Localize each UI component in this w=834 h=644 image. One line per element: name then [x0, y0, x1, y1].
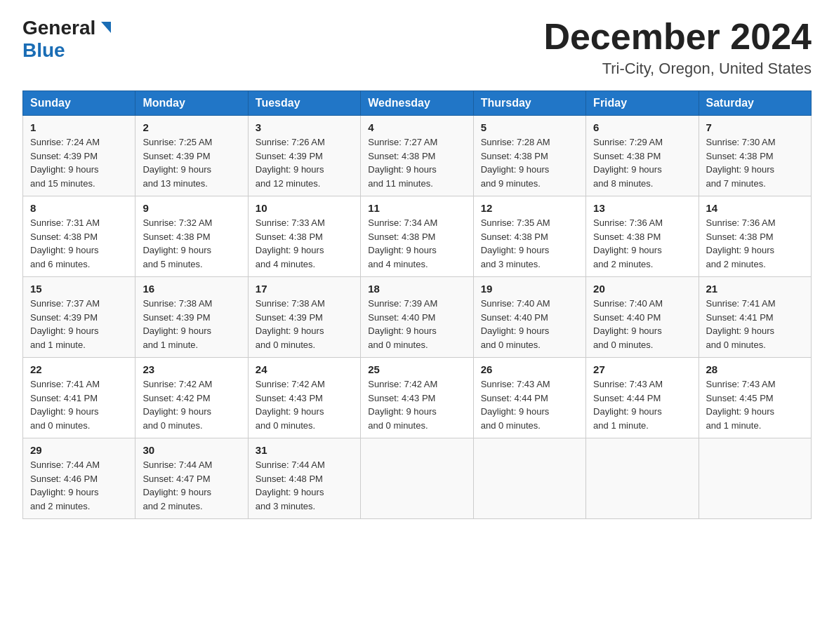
logo-blue-word: Blue: [22, 39, 65, 62]
day-number: 5: [481, 121, 578, 133]
day-number: 14: [706, 202, 804, 214]
logo-blue-text: Blue: [22, 39, 65, 61]
day-info: Sunrise: 7:41 AMSunset: 4:41 PMDaylight:…: [706, 298, 776, 350]
day-info: Sunrise: 7:26 AMSunset: 4:39 PMDaylight:…: [256, 137, 325, 189]
day-cell: 22 Sunrise: 7:41 AMSunset: 4:41 PMDaylig…: [23, 358, 135, 438]
day-info: Sunrise: 7:34 AMSunset: 4:38 PMDaylight:…: [368, 217, 437, 269]
logo-triangle-svg: [97, 20, 112, 36]
day-info: Sunrise: 7:42 AMSunset: 4:43 PMDaylight:…: [256, 379, 325, 431]
day-number: 11: [368, 202, 465, 214]
day-cell: 5 Sunrise: 7:28 AMSunset: 4:38 PMDayligh…: [473, 116, 585, 196]
week-row-3: 15 Sunrise: 7:37 AMSunset: 4:39 PMDaylig…: [23, 277, 812, 358]
day-number: 6: [593, 121, 691, 133]
header-day-thursday: Thursday: [473, 91, 585, 116]
day-cell: 24 Sunrise: 7:42 AMSunset: 4:43 PMDaylig…: [248, 358, 360, 438]
day-number: 7: [706, 121, 804, 133]
day-info: Sunrise: 7:37 AMSunset: 4:39 PMDaylight:…: [30, 298, 100, 350]
header-day-saturday: Saturday: [699, 91, 811, 116]
header-day-monday: Monday: [135, 91, 248, 116]
day-info: Sunrise: 7:33 AMSunset: 4:38 PMDaylight:…: [256, 217, 325, 269]
day-cell: 25 Sunrise: 7:42 AMSunset: 4:43 PMDaylig…: [361, 358, 473, 438]
day-info: Sunrise: 7:35 AMSunset: 4:38 PMDaylight:…: [481, 217, 550, 269]
logo: General Blue: [22, 17, 112, 62]
logo-image: General: [22, 17, 112, 39]
page-header: General Blue December 2024 Tri-City, Ore…: [22, 17, 812, 78]
day-cell: 8 Sunrise: 7:31 AMSunset: 4:38 PMDayligh…: [23, 196, 135, 277]
day-number: 9: [143, 202, 240, 214]
header-day-wednesday: Wednesday: [361, 91, 473, 116]
day-number: 25: [368, 363, 465, 375]
day-cell: 26 Sunrise: 7:43 AMSunset: 4:44 PMDaylig…: [473, 358, 585, 438]
day-number: 3: [256, 121, 353, 133]
title-block: December 2024 Tri-City, Oregon, United S…: [543, 17, 812, 78]
day-number: 28: [706, 363, 804, 375]
day-cell: 23 Sunrise: 7:42 AMSunset: 4:42 PMDaylig…: [135, 358, 248, 438]
day-cell: 20 Sunrise: 7:40 AMSunset: 4:40 PMDaylig…: [586, 277, 699, 358]
day-info: Sunrise: 7:38 AMSunset: 4:39 PMDaylight:…: [143, 298, 212, 350]
day-info: Sunrise: 7:44 AMSunset: 4:46 PMDaylight:…: [30, 459, 100, 511]
day-cell: 16 Sunrise: 7:38 AMSunset: 4:39 PMDaylig…: [135, 277, 248, 358]
day-number: 16: [143, 283, 240, 295]
header-day-sunday: Sunday: [23, 91, 135, 116]
logo-general-text: General: [22, 17, 95, 39]
day-number: 13: [593, 202, 691, 214]
day-number: 23: [143, 363, 240, 375]
day-number: 2: [143, 121, 240, 133]
day-number: 1: [30, 121, 128, 133]
day-number: 31: [256, 444, 353, 456]
day-cell: 31 Sunrise: 7:44 AMSunset: 4:48 PMDaylig…: [248, 438, 360, 519]
day-info: Sunrise: 7:42 AMSunset: 4:43 PMDaylight:…: [368, 379, 437, 431]
day-number: 29: [30, 444, 128, 456]
day-info: Sunrise: 7:39 AMSunset: 4:40 PMDaylight:…: [368, 298, 437, 350]
month-title: December 2024: [543, 17, 812, 57]
calendar-table: SundayMondayTuesdayWednesdayThursdayFrid…: [22, 90, 812, 519]
day-number: 4: [368, 121, 465, 133]
day-info: Sunrise: 7:40 AMSunset: 4:40 PMDaylight:…: [593, 298, 663, 350]
day-number: 22: [30, 363, 128, 375]
day-cell: 28 Sunrise: 7:43 AMSunset: 4:45 PMDaylig…: [699, 358, 811, 438]
day-info: Sunrise: 7:32 AMSunset: 4:38 PMDaylight:…: [143, 217, 212, 269]
day-number: 15: [30, 283, 128, 295]
header-row: SundayMondayTuesdayWednesdayThursdayFrid…: [23, 91, 812, 116]
day-info: Sunrise: 7:36 AMSunset: 4:38 PMDaylight:…: [593, 217, 663, 269]
header-day-friday: Friday: [586, 91, 699, 116]
day-cell: 27 Sunrise: 7:43 AMSunset: 4:44 PMDaylig…: [586, 358, 699, 438]
day-number: 10: [256, 202, 353, 214]
day-cell: 15 Sunrise: 7:37 AMSunset: 4:39 PMDaylig…: [23, 277, 135, 358]
header-day-tuesday: Tuesday: [248, 91, 360, 116]
day-info: Sunrise: 7:42 AMSunset: 4:42 PMDaylight:…: [143, 379, 212, 431]
day-cell: 30 Sunrise: 7:44 AMSunset: 4:47 PMDaylig…: [135, 438, 248, 519]
day-number: 30: [143, 444, 240, 456]
day-cell: 1 Sunrise: 7:24 AMSunset: 4:39 PMDayligh…: [23, 116, 135, 196]
calendar-body: 1 Sunrise: 7:24 AMSunset: 4:39 PMDayligh…: [23, 116, 812, 519]
day-cell: 2 Sunrise: 7:25 AMSunset: 4:39 PMDayligh…: [135, 116, 248, 196]
day-number: 21: [706, 283, 804, 295]
day-cell: [361, 438, 473, 519]
day-info: Sunrise: 7:31 AMSunset: 4:38 PMDaylight:…: [30, 217, 100, 269]
logo-flag-icon: [97, 20, 112, 36]
day-number: 27: [593, 363, 691, 375]
day-info: Sunrise: 7:27 AMSunset: 4:38 PMDaylight:…: [368, 137, 437, 189]
day-info: Sunrise: 7:44 AMSunset: 4:47 PMDaylight:…: [143, 459, 212, 511]
day-cell: 13 Sunrise: 7:36 AMSunset: 4:38 PMDaylig…: [586, 196, 699, 277]
week-row-4: 22 Sunrise: 7:41 AMSunset: 4:41 PMDaylig…: [23, 358, 812, 438]
day-cell: 21 Sunrise: 7:41 AMSunset: 4:41 PMDaylig…: [699, 277, 811, 358]
day-cell: 9 Sunrise: 7:32 AMSunset: 4:38 PMDayligh…: [135, 196, 248, 277]
day-number: 19: [481, 283, 578, 295]
day-info: Sunrise: 7:41 AMSunset: 4:41 PMDaylight:…: [30, 379, 100, 431]
day-cell: [586, 438, 699, 519]
day-cell: 10 Sunrise: 7:33 AMSunset: 4:38 PMDaylig…: [248, 196, 360, 277]
day-number: 26: [481, 363, 578, 375]
day-info: Sunrise: 7:24 AMSunset: 4:39 PMDaylight:…: [30, 137, 100, 189]
day-info: Sunrise: 7:43 AMSunset: 4:44 PMDaylight:…: [593, 379, 663, 431]
svg-marker-0: [101, 22, 111, 33]
day-cell: 12 Sunrise: 7:35 AMSunset: 4:38 PMDaylig…: [473, 196, 585, 277]
week-row-2: 8 Sunrise: 7:31 AMSunset: 4:38 PMDayligh…: [23, 196, 812, 277]
week-row-1: 1 Sunrise: 7:24 AMSunset: 4:39 PMDayligh…: [23, 116, 812, 196]
day-cell: 14 Sunrise: 7:36 AMSunset: 4:38 PMDaylig…: [699, 196, 811, 277]
calendar-header: SundayMondayTuesdayWednesdayThursdayFrid…: [23, 91, 812, 116]
day-info: Sunrise: 7:30 AMSunset: 4:38 PMDaylight:…: [706, 137, 776, 189]
day-info: Sunrise: 7:29 AMSunset: 4:38 PMDaylight:…: [593, 137, 663, 189]
day-cell: [699, 438, 811, 519]
day-cell: 18 Sunrise: 7:39 AMSunset: 4:40 PMDaylig…: [361, 277, 473, 358]
